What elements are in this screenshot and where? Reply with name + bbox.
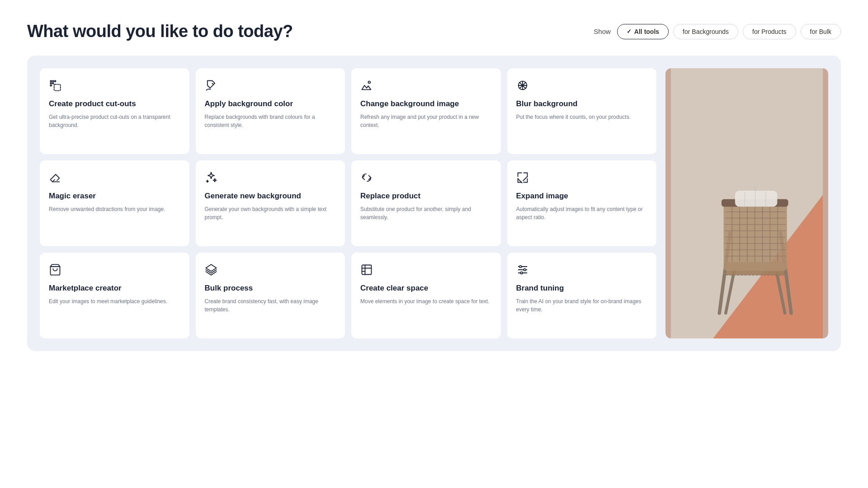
filter-bar: Show ✓ All tools for Backgrounds for Pro… [594,24,841,39]
blur-icon [516,78,648,93]
tool-title: Change background image [360,99,492,108]
tool-desc: Automatically adjust images to fit any c… [516,205,648,238]
tool-desc: Train the AI on your brand style for on-… [516,297,648,330]
tool-title: Brand tuning [516,283,648,293]
tool-desc: Edit your images to meet marketplace gui… [49,297,180,330]
check-icon: ✓ [627,28,632,35]
page-header: What would you like to do today? Show ✓ … [27,22,841,41]
tool-desc: Create brand consistency fast, with easy… [205,297,336,330]
tool-desc: Generate your own backgrounds with a sim… [205,205,336,238]
mountain-icon [360,78,492,93]
clearspace-icon [360,263,492,277]
tools-grid: Create product cut-outs Get ultra-precis… [40,68,656,338]
svg-rect-6 [54,84,61,91]
svg-point-0 [50,80,52,82]
tool-card-create-clear-space[interactable]: Create clear space Move elements in your… [351,253,501,338]
svg-point-5 [50,85,52,86]
cutout-icon [49,78,180,93]
tool-card-marketplace-creator[interactable]: Marketplace creator Edit your images to … [40,253,189,338]
tool-desc: Refresh any image and put your product i… [360,113,492,146]
page-title: What would you like to do today? [27,22,293,41]
tool-title: Marketplace creator [49,283,180,293]
tool-desc: Remove unwanted distractions from your i… [49,205,180,238]
svg-point-3 [50,83,52,84]
tool-card-replace-product[interactable]: Replace product Substitute one product f… [351,160,501,246]
tool-desc: Get ultra-precise product cut-outs on a … [49,113,180,146]
tool-desc: Replace backgrounds with brand colours f… [205,113,336,146]
tool-card-generate-new-bg[interactable]: Generate new background Generate your ow… [196,160,345,246]
filter-for-bulk[interactable]: for Bulk [801,24,841,39]
tool-card-brand-tuning[interactable]: Brand tuning Train the AI on your brand … [507,253,657,338]
tool-title: Generate new background [205,191,336,201]
tool-desc: Substitute one product for another, simp… [360,205,492,238]
cart-icon [49,263,180,277]
tool-title: Create product cut-outs [49,99,180,108]
svg-point-7 [368,81,371,84]
tool-title: Blur background [516,99,648,108]
svg-point-20 [520,272,523,274]
tool-card-product-cutouts[interactable]: Create product cut-outs Get ultra-precis… [40,68,189,154]
filter-for-backgrounds[interactable]: for Backgrounds [673,24,738,39]
tool-title: Apply background color [205,99,336,108]
tool-title: Replace product [360,191,492,201]
svg-rect-11 [362,265,372,275]
svg-point-1 [52,80,54,82]
filter-label: Show [594,28,611,35]
expand-icon [516,170,648,185]
tool-title: Create clear space [360,283,492,293]
tool-card-change-bg-image[interactable]: Change background image Refresh any imag… [351,68,501,154]
sparkles-icon [205,170,336,185]
tool-title: Magic eraser [49,191,180,201]
filter-for-products[interactable]: for Products [743,24,796,39]
svg-rect-46 [735,191,777,207]
tool-card-bulk-process[interactable]: Bulk process Create brand consistency fa… [196,253,345,338]
tool-desc: Move elements in your image to create sp… [360,297,492,330]
replace-icon [360,170,492,185]
tune-icon [516,263,648,277]
layers-icon [205,263,336,277]
tool-card-magic-eraser[interactable]: Magic eraser Remove unwanted distraction… [40,160,189,246]
main-panel: Create product cut-outs Get ultra-precis… [27,56,841,351]
tool-title: Expand image [516,191,648,201]
svg-point-19 [524,269,526,271]
svg-point-4 [52,83,54,84]
tool-card-apply-bg-color[interactable]: Apply background color Replace backgroun… [196,68,345,154]
svg-point-2 [55,80,56,82]
hero-image-panel [665,68,828,338]
paint-icon [205,78,336,93]
tool-card-blur-background[interactable]: Blur background Put the focus where it c… [507,68,657,154]
tool-title: Bulk process [205,283,336,293]
eraser-icon [49,170,180,185]
svg-point-18 [519,266,522,268]
tool-desc: Put the focus where it counts, on your p… [516,113,648,146]
filter-all-tools[interactable]: ✓ All tools [617,24,669,39]
tool-card-expand-image[interactable]: Expand image Automatically adjust images… [507,160,657,246]
